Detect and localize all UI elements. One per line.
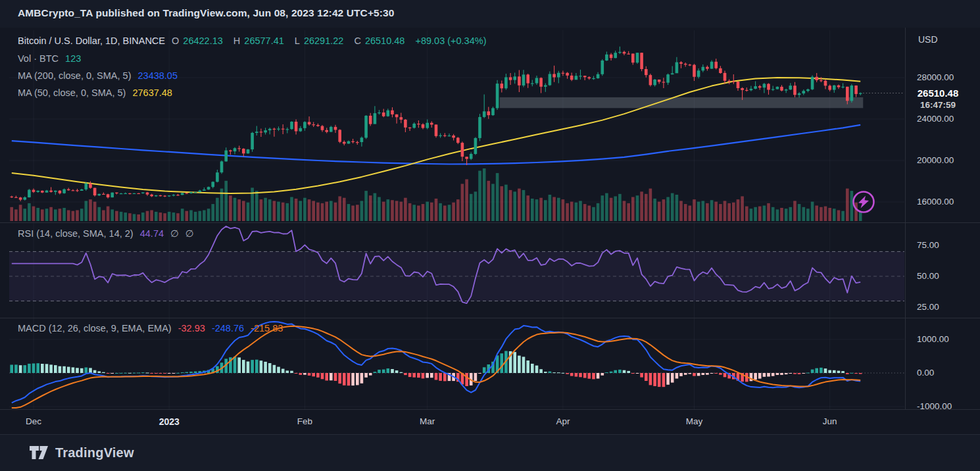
ohlc-low: L26291.22 [295,36,348,46]
tradingview-logo[interactable]: TradingView [29,444,134,461]
price-tick-label: 28000.00 [917,72,954,82]
time-axis-label: Feb [285,416,324,426]
time-axis-label: 2023 [149,416,189,427]
macd-hist-value: -32.93 [178,323,205,334]
last-price-badge: 26510.48 16:47:59 [907,85,969,113]
footer-bar: TradingView [0,434,980,471]
bar-countdown: 16:47:59 [907,99,969,111]
time-axis-label: Jun [810,416,850,426]
ohlc-high: H26577.41 [233,36,288,46]
macd-tick-label: 1000.00 [917,334,949,344]
brand-name: TradingView [55,445,134,460]
rsi-value: 44.74 [140,228,164,239]
time-axis-label: Dec [14,416,53,426]
rsi-hidden-value-1: ∅ [170,228,179,239]
time-axis-label: Mar [408,416,447,426]
rsi-tick-label: 50.00 [917,271,939,281]
price-tick-label: 16000.00 [917,197,954,207]
ma200-legend-row: MA (200, close, 0, SMA, 5) 23438.05 [18,70,182,81]
tradingview-mark-icon [29,444,49,461]
publish-line: AMBCrypto_TA published on TradingView.co… [18,7,394,19]
chart-area[interactable]: Bitcoin / U.S. Dollar, 1D, BINANCE O2642… [0,28,980,409]
volume-label: Vol · BTC [18,53,59,64]
rsi-tick-label: 25.00 [917,302,939,312]
flash-action-button[interactable] [851,189,876,214]
time-axis[interactable]: Dec2023FebMarAprMayJun [0,409,980,435]
time-axis-label: May [674,416,714,426]
ma50-legend-row: MA (50, close, 0, SMA, 5) 27637.48 [18,87,176,98]
ma50-label: MA (50, close, 0, SMA, 5) [18,87,126,98]
macd-label: MACD (12, 26, close, 9, EMA, EMA) [18,323,172,334]
symbol-legend-row: Bitcoin / U.S. Dollar, 1D, BINANCE O2642… [18,36,490,46]
macd-legend-row: MACD (12, 26, close, 9, EMA, EMA) -32.93… [18,323,287,334]
currency-label: USD [918,34,938,45]
ohlc-close: C26510.48 [354,36,408,46]
price-axis[interactable]: USD 26510.48 16:47:59 28000.0024000.0020… [905,28,980,409]
ma200-label: MA (200, close, 0, SMA, 5) [18,70,131,81]
volume-legend-row: Vol · BTC 123 [18,53,85,64]
price-tick-label: 20000.00 [917,155,954,165]
macd-signal-value: -215.83 [251,323,283,334]
last-price-value: 26510.48 [907,87,969,99]
rsi-label: RSI (14, close, SMA, 14, 2) [18,228,134,239]
chart-canvas[interactable] [0,28,980,409]
ma50-value: 27637.48 [132,87,172,98]
macd-tick-label: 0.00 [917,368,934,378]
rsi-legend-row: RSI (14, close, SMA, 14, 2) 44.74 ∅ ∅ [18,228,197,239]
price-change: +89.03 (+0.34%) [415,36,486,46]
publish-header: AMBCrypto_TA published on TradingView.co… [0,0,980,28]
tradingview-snapshot-page: AMBCrypto_TA published on TradingView.co… [0,0,980,471]
symbol-title: Bitcoin / U.S. Dollar, 1D, BINANCE [18,36,165,46]
time-axis-label: Apr [543,416,583,426]
ohlc-open: O26422.13 [172,36,227,46]
macd-line-value: -248.76 [212,323,244,334]
price-tick-label: 24000.00 [917,114,954,124]
ma200-value: 23438.05 [138,70,178,81]
rsi-hidden-value-2: ∅ [185,228,194,239]
rsi-tick-label: 75.00 [917,240,939,250]
lightning-icon [858,196,869,209]
volume-value: 123 [65,53,81,64]
